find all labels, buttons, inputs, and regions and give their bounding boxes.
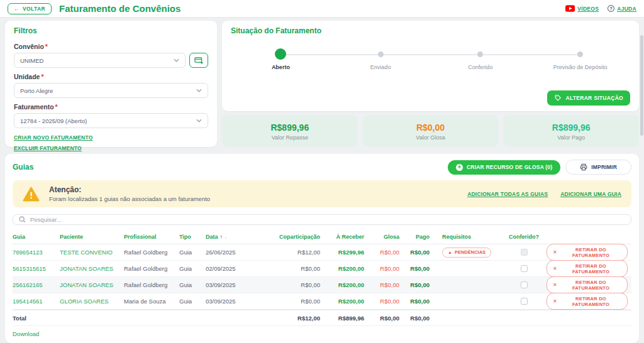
coparticipacao-cell: R$0,00	[264, 265, 324, 272]
add-convenio-button[interactable]	[189, 53, 208, 68]
step-dot	[577, 52, 583, 57]
plus-icon: +	[456, 164, 463, 171]
table-row: 195414561GLORIA SOARESMaria de SouzaGuia…	[13, 293, 631, 310]
guia-link[interactable]: 789654123	[13, 249, 60, 256]
warning-message: Foram localizadas 1 guias não associadas…	[49, 195, 210, 202]
imprimir-button[interactable]: IMPRIMIR	[565, 160, 631, 175]
scrollbar[interactable]	[640, 19, 643, 342]
warning-title: Atenção:	[49, 185, 210, 194]
retirar-label: RETIRAR DO FATURAMENTO	[560, 280, 621, 291]
guia-link[interactable]: 195414561	[13, 298, 60, 305]
retirar-faturamento-button[interactable]: ✕RETIRAR DO FATURAMENTO	[547, 276, 628, 293]
conferido-cell	[505, 249, 547, 256]
warning-link-0[interactable]: ADICIONAR TODAS AS GUIAS	[467, 191, 548, 197]
retirar-faturamento-button[interactable]: ✕RETIRAR DO FATURAMENTO	[547, 260, 628, 277]
conferido-checkbox[interactable]	[521, 265, 528, 272]
situacao-title: Situação do Faturamento	[231, 26, 630, 35]
guia-link[interactable]: 5615315615	[13, 265, 60, 272]
pendencias-badge[interactable]: ▲PENDÊNCIAS	[442, 248, 491, 258]
col-profissional: Profissional	[124, 234, 179, 240]
retirar-faturamento-button[interactable]: ✕RETIRAR DO FATURAMENTO	[547, 293, 628, 310]
required-star: *	[41, 73, 43, 80]
col-data[interactable]: Data ↑↓	[206, 234, 264, 240]
conferido-cell	[505, 298, 547, 305]
total-row: Total R$12,00 R$899,96 R$0,00 R$0,00	[13, 310, 631, 326]
summary-value: R$0,00	[416, 122, 445, 133]
data-cell: 03/09/2025	[206, 298, 264, 305]
situacao-stepper: AbertoEnviadoConferidoPrevisão de Depósi…	[231, 48, 630, 70]
filters-title: Filtros	[14, 26, 208, 35]
help-link[interactable]: ? AJUDA	[608, 5, 636, 12]
filter-link-0[interactable]: CRIAR NOVO FATURAMENTO	[14, 134, 92, 141]
step-label: Aberto	[272, 64, 290, 70]
guias-table: Guia Paciente Profissional Tipo Data ↑↓ …	[13, 230, 631, 326]
step-enviado: Enviado	[331, 48, 431, 70]
glosa-cell: R$0,00	[368, 281, 403, 288]
tipo-cell: Guia	[179, 281, 206, 288]
main-content: Filtros Convênio* UNIMED Unidade*	[0, 18, 644, 343]
unidade-select[interactable]: Porto Alegre	[14, 83, 208, 98]
page-title: Faturamento de Convênios	[59, 3, 180, 14]
unidade-label: Unidade*	[14, 73, 208, 80]
guia-link[interactable]: 256162165	[13, 281, 60, 288]
tipo-cell: Guia	[179, 249, 206, 256]
videos-link[interactable]: VÍDEOS	[565, 5, 599, 12]
step-conferido: Conferido	[431, 48, 531, 70]
scrollbar-thumb[interactable]	[640, 35, 643, 136]
paciente-link[interactable]: TESTE CONVENIO	[60, 249, 124, 256]
convenio-label: Convênio*	[14, 43, 208, 50]
table-row: 5615315615JONATAN SOARESRafael GoldbergG…	[13, 261, 631, 277]
search-input[interactable]	[30, 216, 625, 223]
back-button[interactable]: ← VOLTAR	[8, 3, 52, 14]
warning-link-1[interactable]: ADICIONAR UMA GUIA	[560, 191, 621, 197]
alterar-situacao-button[interactable]: ALTERAR SITUAÇÃO	[547, 90, 630, 106]
data-cell: 03/09/2025	[206, 281, 264, 288]
a-receber-cell: R$200,00	[324, 265, 368, 272]
total-label: Total	[13, 315, 60, 322]
paciente-link[interactable]: GLORIA SOARES	[60, 298, 124, 305]
paciente-link[interactable]: JONATAN SOARES	[60, 265, 124, 272]
close-icon: ✕	[553, 266, 557, 271]
coparticipacao-cell: R$0,00	[264, 298, 324, 305]
download-link[interactable]: Download	[13, 330, 39, 337]
profissional-cell: Rafael Goldberg	[124, 281, 179, 288]
convenio-select[interactable]: UNIMED	[14, 53, 186, 68]
topbar-links: VÍDEOS ? AJUDA	[565, 5, 636, 12]
paciente-link[interactable]: JONATAN SOARES	[60, 281, 124, 288]
guias-panel: Guias + CRIAR RECURSO DE GLOSA (0) IMPRI…	[5, 154, 639, 343]
coparticipacao-cell: R$0,00	[264, 281, 324, 288]
retirar-label: RETIRAR DO FATURAMENTO	[560, 296, 621, 307]
faturamento-select[interactable]: 12784 - 2025/09 (Aberto)	[14, 113, 208, 128]
required-star: *	[55, 103, 58, 111]
help-icon: ?	[608, 5, 614, 12]
action-cell: ✕RETIRAR DO FATURAMENTO	[547, 244, 631, 261]
step-previs-o-de-dep-sito: Previsão de Depósito	[530, 48, 630, 70]
data-cell: 26/06/2025	[206, 249, 264, 256]
total-coparticipacao: R$12,00	[264, 315, 324, 322]
a-receber-cell: R$200,00	[324, 298, 368, 305]
total-glosa: R$0,00	[368, 315, 403, 322]
criar-recurso-glosa-button[interactable]: + CRIAR RECURSO DE GLOSA (0)	[448, 160, 560, 175]
retirar-faturamento-button[interactable]: ✕RETIRAR DO FATURAMENTO	[547, 244, 628, 261]
tag-icon	[554, 94, 562, 102]
table-header-row: Guia Paciente Profissional Tipo Data ↑↓ …	[13, 230, 631, 244]
tipo-cell: Guia	[179, 265, 206, 272]
card-plus-icon	[194, 57, 204, 65]
col-paciente: Paciente	[60, 234, 124, 240]
conferido-cell	[505, 265, 547, 272]
table-row: 256162165JONATAN SOARESRafael GoldbergGu…	[13, 277, 631, 293]
profissional-cell: Rafael Goldberg	[124, 265, 179, 272]
conferido-checkbox[interactable]	[521, 281, 528, 288]
step-dot	[477, 52, 483, 57]
step-dot	[275, 48, 286, 60]
warning-icon	[23, 187, 40, 202]
summary-value: R$899,96	[552, 122, 591, 133]
conferido-checkbox[interactable]	[521, 298, 528, 305]
filter-link-1[interactable]: EXCLUIR FATURAMENTO	[14, 145, 82, 151]
summary-card-0: R$899,96Valor Repasse	[222, 116, 358, 147]
close-icon: ✕	[553, 249, 557, 255]
col-conferido: Conferido?	[505, 234, 547, 240]
profissional-cell: Rafael Goldberg	[124, 249, 179, 256]
top-bar: ← VOLTAR Faturamento de Convênios VÍDEOS…	[0, 0, 644, 18]
warning-banner: Atenção: Foram localizadas 1 guias não a…	[13, 180, 631, 207]
